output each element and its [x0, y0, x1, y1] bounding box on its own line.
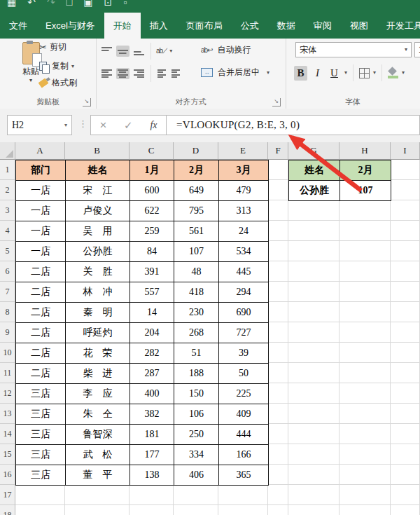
- copy-dropdown-icon[interactable]: ▾: [71, 64, 74, 69]
- bold-button[interactable]: B: [294, 66, 307, 81]
- data-cell-E13[interactable]: 409: [219, 404, 269, 425]
- cell-D18[interactable]: [174, 505, 218, 515]
- column-header-I[interactable]: I: [391, 142, 420, 160]
- doc-icon[interactable]: ▫: [123, 0, 127, 9]
- window-icon[interactable]: □: [66, 0, 72, 9]
- cell-F6[interactable]: [268, 261, 288, 282]
- header-cell-B1[interactable]: 姓名: [66, 160, 130, 181]
- data-cell-B15[interactable]: 武 松: [66, 445, 130, 465]
- cell-E18[interactable]: [218, 505, 268, 515]
- row-header-6[interactable]: 6: [0, 261, 15, 282]
- column-header-H[interactable]: H: [340, 142, 391, 160]
- row-header-1[interactable]: 1: [0, 160, 15, 180]
- data-cell-A12[interactable]: 三店: [16, 384, 66, 404]
- data-cell-A3[interactable]: 一店: [16, 201, 66, 221]
- cell-H9[interactable]: [340, 322, 391, 343]
- format-painter-button[interactable]: 格式刷: [39, 77, 77, 89]
- header-cell-A1[interactable]: 部门: [16, 160, 66, 181]
- cell-F14[interactable]: [268, 424, 288, 444]
- row-header-11[interactable]: 11: [0, 363, 15, 383]
- cell-G3[interactable]: [288, 200, 340, 221]
- data-cell-A10[interactable]: 二店: [16, 343, 66, 364]
- cell-F1[interactable]: [268, 160, 288, 180]
- cell-H15[interactable]: [340, 444, 391, 465]
- tab-Excel与财务[interactable]: Excel与财务: [36, 13, 104, 39]
- align-right-button[interactable]: [132, 68, 146, 79]
- cell-H8[interactable]: [340, 302, 391, 322]
- cell-I6[interactable]: [391, 261, 420, 282]
- align-top-button[interactable]: [100, 46, 113, 57]
- data-cell-B9[interactable]: 呼延灼: [66, 323, 130, 343]
- data-cell-D15[interactable]: 334: [174, 445, 219, 465]
- tab-审阅[interactable]: 审阅: [304, 13, 341, 39]
- row-header-2[interactable]: 2: [0, 180, 15, 200]
- data-cell-B8[interactable]: 秦 明: [66, 303, 130, 323]
- save-icon[interactable]: ▦: [7, 0, 16, 9]
- header-cell-D1[interactable]: 2月: [174, 160, 219, 181]
- data-cell-C4[interactable]: 259: [130, 221, 174, 242]
- cell-F16[interactable]: [268, 465, 288, 485]
- cell-I1[interactable]: [391, 160, 420, 180]
- enter-button[interactable]: ✓: [124, 119, 133, 132]
- data-cell-B10[interactable]: 花 荣: [66, 343, 130, 364]
- lookup-cell-G2[interactable]: 公孙胜: [289, 181, 340, 201]
- data-cell-D7[interactable]: 418: [174, 282, 219, 303]
- data-cell-C8[interactable]: 14: [130, 303, 174, 323]
- cell-F17[interactable]: [268, 485, 288, 505]
- alignment-dialog-launcher-icon[interactable]: ↘: [272, 98, 281, 107]
- row-header-3[interactable]: 3: [0, 200, 15, 221]
- font-name-combobox[interactable]: 宋体 ▾: [295, 42, 412, 57]
- data-cell-D2[interactable]: 649: [174, 181, 219, 201]
- fill-color-dropdown-icon[interactable]: ▾: [402, 70, 405, 76]
- data-cell-E14[interactable]: 444: [219, 425, 269, 445]
- row-header-17[interactable]: 17: [0, 485, 15, 505]
- align-bottom-button[interactable]: [132, 46, 146, 57]
- column-header-B[interactable]: B: [65, 142, 130, 160]
- data-cell-E16[interactable]: 365: [219, 465, 269, 486]
- cell-G18[interactable]: [288, 505, 340, 515]
- data-cell-D4[interactable]: 561: [174, 221, 219, 242]
- cell-H10[interactable]: [340, 343, 391, 363]
- data-cell-D11[interactable]: 188: [174, 364, 219, 384]
- cell-D17[interactable]: [174, 485, 218, 505]
- row-header-18[interactable]: 18: [0, 505, 15, 515]
- borders-button[interactable]: [359, 68, 370, 78]
- row-header-4[interactable]: 4: [0, 221, 15, 241]
- data-cell-C3[interactable]: 622: [130, 201, 174, 221]
- cell-I18[interactable]: [391, 505, 420, 515]
- cell-G11[interactable]: [288, 363, 340, 383]
- cell-I5[interactable]: [391, 241, 420, 261]
- cell-H14[interactable]: [340, 424, 391, 444]
- cell-H3[interactable]: [340, 200, 391, 221]
- data-cell-A14[interactable]: 三店: [16, 425, 66, 445]
- data-cell-B16[interactable]: 董 平: [66, 465, 130, 486]
- data-cell-E15[interactable]: 166: [219, 445, 269, 465]
- row-header-13[interactable]: 13: [0, 404, 15, 424]
- cell-G14[interactable]: [288, 424, 340, 444]
- data-cell-B2[interactable]: 宋 江: [66, 181, 130, 201]
- cell-I10[interactable]: [391, 343, 420, 363]
- data-cell-D6[interactable]: 48: [174, 262, 219, 282]
- underline-dropdown-icon[interactable]: ▾: [344, 70, 347, 76]
- data-cell-B7[interactable]: 林 冲: [66, 282, 130, 303]
- cell-H6[interactable]: [340, 261, 391, 282]
- data-cell-D13[interactable]: 106: [174, 404, 219, 425]
- row-header-14[interactable]: 14: [0, 424, 15, 444]
- data-cell-C10[interactable]: 282: [130, 343, 174, 364]
- column-header-C[interactable]: C: [130, 142, 174, 160]
- cell-G10[interactable]: [288, 343, 340, 363]
- cell-F5[interactable]: [268, 241, 288, 261]
- cell-I11[interactable]: [391, 363, 420, 383]
- cell-G6[interactable]: [288, 261, 340, 282]
- data-cell-E3[interactable]: 313: [219, 201, 269, 221]
- formula-input[interactable]: =VLOOKUP(G2, B:E, 3, 0): [166, 115, 420, 135]
- cancel-button[interactable]: ×: [99, 118, 106, 132]
- tab-开始[interactable]: 开始: [104, 13, 141, 39]
- data-cell-D8[interactable]: 230: [174, 303, 219, 323]
- row-header-15[interactable]: 15: [0, 444, 15, 465]
- data-cell-A9[interactable]: 二店: [16, 323, 66, 343]
- cell-G17[interactable]: [288, 485, 340, 505]
- column-header-E[interactable]: E: [218, 142, 268, 160]
- tab-页面布局[interactable]: 页面布局: [177, 13, 232, 39]
- row-header-10[interactable]: 10: [0, 343, 15, 363]
